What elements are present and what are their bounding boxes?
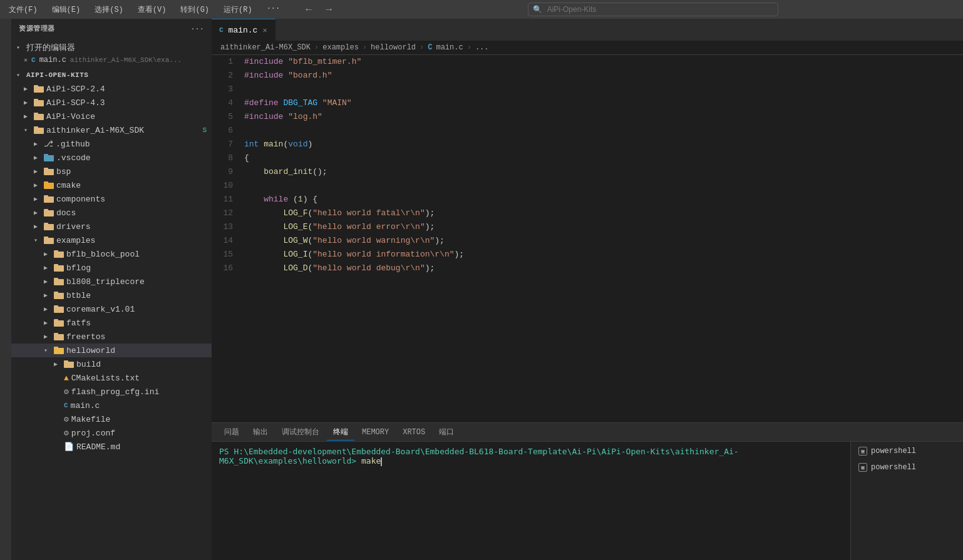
tree-item-flash-prog-cfg[interactable]: ▶ ⚙ flash_prog_cfg.ini — [11, 385, 212, 399]
line-content-16: LOG_D("hello world debug\r\n"); — [242, 262, 435, 275]
tree-item-proj-conf[interactable]: ▶ ⚙ proj.conf — [11, 426, 212, 440]
label-aipi-scp-24: AiPi-SCP-2.4 — [46, 84, 105, 94]
folder-icon-build — [64, 360, 74, 369]
tab-close-button[interactable]: ✕ — [262, 26, 267, 35]
tree-root-header[interactable]: ▾ AIPI-OPEN-KITS — [11, 68, 212, 82]
terminal-content[interactable]: PS H:\Embedded-development\Embedded-Boar… — [212, 442, 850, 560]
terminal-tab-ports[interactable]: 端口 — [433, 424, 460, 440]
terminal-tab-terminal[interactable]: 终端 — [327, 424, 354, 440]
label-bl808-triplecore: bl808_triplecore — [66, 277, 145, 287]
open-editor-item[interactable]: ✕ C main.c aithinker_Ai-M6X_SDK\exa... — [11, 54, 212, 66]
label-drivers: drivers — [56, 222, 91, 232]
md-file-icon: 📄 — [64, 442, 74, 452]
tree-item-build[interactable]: ▶ build — [11, 357, 212, 371]
chevron-bsp: ▶ — [34, 168, 41, 175]
code-line-1: 1 #include "bflb_mtimer.h" — [212, 55, 963, 69]
line-num-14: 14 — [212, 234, 242, 248]
tree-item-aithinker-sdk[interactable]: ▾ aithinker_Ai-M6X_SDK S — [11, 123, 212, 137]
tree-item-main-c[interactable]: ▶ C main.c — [11, 399, 212, 412]
folder-icon-aipi-scp-43 — [34, 98, 44, 107]
tree-item-aipi-voice[interactable]: ▶ AiPi-Voice — [11, 109, 212, 123]
tree-item-readme[interactable]: ▶ 📄 README.md — [11, 440, 212, 454]
tree-item-fatfs[interactable]: ▶ fatfs — [11, 316, 212, 330]
line-content-9: board_init(); — [242, 165, 327, 179]
label-freertos: freertos — [66, 332, 105, 342]
menu-run[interactable]: 运行(R) — [221, 3, 255, 16]
label-docs: docs — [56, 208, 76, 218]
svg-rect-23 — [54, 250, 58, 253]
search-input[interactable] — [528, 3, 778, 16]
terminal-cursor — [381, 457, 382, 466]
line-content-1: #include "bflb_mtimer.h" — [242, 55, 361, 69]
tree-item-helloworld[interactable]: ▾ helloworld — [11, 344, 212, 357]
terminal-tab-memory[interactable]: MEMORY — [356, 425, 395, 439]
code-line-13: 13 LOG_E("hello world error\r\n"); — [212, 220, 963, 234]
nav-forward-button[interactable]: → — [321, 4, 336, 15]
folder-icon-bflb-block-pool — [54, 250, 64, 258]
line-num-10: 10 — [212, 179, 242, 193]
menu-goto[interactable]: 转到(G) — [178, 3, 212, 16]
tree-item-bsp[interactable]: ▶ bsp — [11, 165, 212, 178]
menu-edit[interactable]: 编辑(E) — [49, 3, 83, 16]
label-bflog: bflog — [66, 263, 91, 273]
tree-item-components[interactable]: ▶ components — [11, 192, 212, 206]
tree-item-aipi-scp-24[interactable]: ▶ AiPi-SCP-2.4 — [11, 82, 212, 96]
svg-rect-31 — [54, 305, 58, 308]
label-aipi-voice: AiPi-Voice — [46, 112, 95, 121]
terminal-panel: 问题 输出 调试控制台 终端 MEMORY XRTOS 端口 PS H:\Emb… — [212, 422, 963, 560]
open-editors-label: 打开的编辑器 — [26, 42, 75, 53]
tree-item-coremark[interactable]: ▶ coremark_v1.01 — [11, 302, 212, 316]
close-editor-icon[interactable]: ✕ — [24, 56, 28, 64]
label-btble: btble — [66, 291, 91, 300]
tree-item-drivers[interactable]: ▶ drivers — [11, 220, 212, 233]
menu-select[interactable]: 选择(S) — [92, 3, 126, 16]
line-content-5: #include "log.h" — [242, 110, 322, 124]
svg-rect-35 — [54, 333, 58, 335]
tree-item-makefile[interactable]: ▶ ⚙ Makefile — [11, 412, 212, 426]
terminal-tab-problems[interactable]: 问题 — [218, 424, 245, 440]
nav-back-button[interactable]: ← — [301, 4, 316, 15]
open-editors-header[interactable]: ▾ 打开的编辑器 — [11, 41, 212, 54]
menu-more[interactable]: ··· — [264, 3, 283, 16]
svg-rect-3 — [34, 99, 38, 101]
terminal-tab-debug-console[interactable]: 调试控制台 — [276, 424, 326, 440]
svg-rect-19 — [44, 223, 48, 225]
code-editor[interactable]: 1 #include "bflb_mtimer.h" 2 #include "b… — [212, 55, 963, 422]
tree-item-btble[interactable]: ▶ btble — [11, 288, 212, 302]
menu-bar: 文件(F) 编辑(E) 选择(S) 查看(V) 转到(G) 运行(R) ··· — [6, 3, 282, 16]
menu-file[interactable]: 文件(F) — [6, 3, 40, 16]
folder-icon-bsp — [44, 167, 54, 176]
tree-item-bflog[interactable]: ▶ bflog — [11, 261, 212, 275]
tree-item-vscode[interactable]: ▶ .vscode — [11, 151, 212, 165]
sidebar-title: 资源管理器 — [19, 24, 55, 33]
label-proj-conf: proj.conf — [71, 429, 115, 438]
svg-rect-15 — [44, 195, 48, 198]
tab-main-c[interactable]: C main.c ✕ — [212, 19, 276, 41]
tree-item-freertos[interactable]: ▶ freertos — [11, 330, 212, 344]
svg-rect-9 — [44, 154, 48, 156]
tree-item-cmake[interactable]: ▶ cmake — [11, 178, 212, 192]
breadcrumb-sdk: aithinker_Ai-M6X_SDK — [220, 43, 311, 52]
terminal-instance-2[interactable]: ▣ powershell — [853, 461, 960, 474]
tree-item-docs[interactable]: ▶ docs — [11, 206, 212, 220]
tree-item-cmakelists[interactable]: ▶ ▲ CMakeLists.txt — [11, 371, 212, 385]
sidebar-more-button[interactable]: ··· — [191, 25, 204, 33]
tree-item-aipi-scp-43[interactable]: ▶ AiPi-SCP-4.3 — [11, 96, 212, 109]
line-num-7: 7 — [212, 138, 242, 151]
tree-item-github[interactable]: ▶ ⎇ .github — [11, 137, 212, 151]
label-bsp: bsp — [56, 167, 71, 176]
terminal-instance-1[interactable]: ▣ powershell — [853, 444, 960, 458]
label-aipi-scp-43: AiPi-SCP-4.3 — [46, 98, 105, 108]
terminal-tab-output[interactable]: 输出 — [247, 424, 274, 440]
svg-rect-11 — [44, 168, 48, 170]
terminal-tab-xrtos[interactable]: XRTOS — [396, 425, 431, 439]
tree-item-bflb-block-pool[interactable]: ▶ bflb_block_pool — [11, 247, 212, 261]
tree-item-examples[interactable]: ▾ examples — [11, 233, 212, 247]
line-num-13: 13 — [212, 220, 242, 234]
code-line-11: 11 while (1) { — [212, 193, 963, 206]
tree-item-bl808-triplecore[interactable]: ▶ bl808_triplecore — [11, 275, 212, 288]
breadcrumb-ellipsis: ... — [475, 43, 489, 52]
root-label: AIPI-OPEN-KITS — [26, 71, 88, 79]
menu-view[interactable]: 查看(V) — [135, 3, 169, 16]
folder-icon-helloworld — [54, 346, 64, 355]
